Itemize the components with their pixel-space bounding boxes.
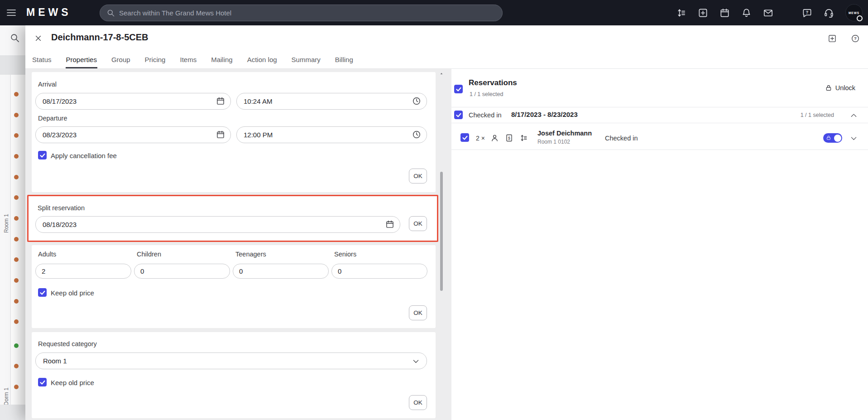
departure-date-input[interactable] (35, 126, 231, 143)
seniors-label: Seniors (334, 251, 356, 258)
group-selected-count: 1 / 1 selected (801, 112, 834, 118)
timeline-header-band (0, 55, 25, 75)
divider (451, 107, 868, 107)
tab-group[interactable]: Group (111, 51, 131, 68)
feedback-chat-icon[interactable]: ? (802, 8, 812, 18)
reservations-selected-count: 1 / 1 selected (470, 91, 503, 97)
requested-category-label: Requested category (38, 340, 97, 348)
group-row-checkbox[interactable] (454, 111, 463, 119)
svg-text:$: $ (508, 136, 510, 140)
teenagers-field (233, 264, 329, 279)
clock-icon[interactable] (412, 97, 421, 106)
tab-summary[interactable]: Summary (291, 51, 321, 68)
form-scrollbar[interactable] (439, 72, 444, 418)
chevron-up-icon[interactable] (849, 111, 858, 120)
divider (451, 123, 868, 123)
arrival-label: Arrival (38, 81, 57, 88)
split-ok-button[interactable]: OK (409, 216, 427, 231)
departure-time-input[interactable] (236, 126, 427, 143)
lock-toggle[interactable] (823, 133, 842, 143)
split-reservation-label: Split reservation (38, 204, 85, 212)
apply-cancellation-fee-checkbox[interactable] (38, 151, 47, 159)
timeline-dot (14, 175, 19, 179)
clock-icon[interactable] (412, 130, 421, 139)
teenagers-label: Teenagers (235, 251, 266, 258)
apply-cancellation-fee-label: Apply cancellation fee (51, 152, 117, 159)
timeline-footer-band (0, 405, 25, 420)
app-screen: MEWS ? (0, 0, 868, 420)
person-icon (490, 134, 499, 142)
account-avatar[interactable]: MEWS (845, 4, 863, 21)
departure-time-field (236, 126, 427, 143)
children-field (134, 264, 230, 279)
global-search-input[interactable] (119, 9, 496, 17)
add-reservation-icon[interactable] (698, 8, 708, 18)
timeline-dot (14, 364, 19, 368)
modal-header: Deichmann-17-8-5CEB ? (25, 25, 868, 51)
requested-category-select[interactable]: Room 1 (35, 352, 427, 369)
reservation-row-checkbox[interactable] (460, 133, 469, 142)
calendar-icon[interactable] (216, 97, 225, 106)
global-search[interactable] (100, 5, 503, 21)
arrival-date-field (35, 93, 231, 110)
keep-old-price-checkbox[interactable] (38, 378, 47, 386)
departure-label: Departure (38, 115, 67, 122)
seniors-field (331, 264, 427, 279)
tab-action-log[interactable]: Action log (247, 51, 278, 68)
chevron-down-icon[interactable] (849, 134, 858, 143)
seniors-input[interactable] (331, 264, 427, 279)
adults-field (35, 264, 131, 279)
timeline-dot (14, 319, 19, 324)
scroll-up-arrow-icon[interactable] (440, 72, 443, 76)
tab-items[interactable]: Items (179, 51, 197, 68)
tab-properties[interactable]: Properties (66, 51, 97, 68)
arrival-time-input[interactable] (236, 93, 427, 110)
category-ok-button[interactable]: OK (409, 395, 427, 410)
reservation-occupancy: 2 × (476, 135, 485, 142)
hamburger-menu-icon[interactable] (6, 7, 17, 18)
reservation-title: Deichmann-17-8-5CEB (51, 32, 149, 43)
tab-status[interactable]: Status (32, 51, 52, 68)
unlock-button[interactable]: Unlock (825, 84, 855, 92)
timeline-dot (14, 133, 19, 138)
notifications-bell-icon[interactable] (741, 8, 752, 18)
tab-pricing[interactable]: Pricing (144, 51, 166, 68)
close-icon[interactable] (34, 34, 42, 42)
tab-mailing[interactable]: Mailing (211, 51, 233, 68)
mews-logo: MEWS (26, 6, 72, 19)
split-reservation-card-highlighted: Split reservation OK (27, 195, 438, 242)
messages-envelope-icon[interactable] (763, 8, 773, 18)
occupancy-ok-button[interactable]: OK (409, 305, 427, 320)
add-icon[interactable] (828, 34, 837, 43)
divider (451, 150, 868, 150)
calendar-icon[interactable] (385, 220, 394, 229)
departure-date-field (35, 126, 231, 143)
calendar-icon[interactable] (216, 130, 225, 139)
timeline-dot-green (14, 343, 19, 348)
teenagers-input[interactable] (233, 264, 329, 279)
lock-icon (826, 135, 831, 140)
timeline-dot (14, 237, 19, 241)
timeline-dot (14, 257, 19, 262)
calendar-icon[interactable] (719, 8, 730, 18)
keep-old-price-label: Keep old price (51, 289, 94, 297)
billing-document-icon: $ (505, 134, 513, 142)
chevron-down-icon (412, 357, 420, 366)
timeline-order-icon[interactable] (676, 8, 686, 18)
keep-old-price-checkbox[interactable] (38, 288, 47, 297)
arrival-date-input[interactable] (35, 93, 231, 110)
adults-input[interactable] (35, 264, 131, 279)
support-headset-icon[interactable] (824, 8, 834, 18)
reservation-modal: Deichmann-17-8-5CEB ? Status Properties … (25, 25, 868, 420)
help-icon[interactable]: ? (851, 34, 860, 43)
timeline-search-icon[interactable] (10, 33, 20, 43)
reservations-select-all-checkbox[interactable] (454, 85, 463, 93)
scrollbar-thumb[interactable] (440, 172, 443, 291)
occupancy-card: Adults Children Teenagers Seniors Keep o… (32, 245, 436, 328)
timeline-dot (14, 299, 19, 304)
children-label: Children (137, 251, 161, 258)
split-date-input[interactable] (35, 216, 400, 233)
children-input[interactable] (134, 264, 230, 279)
dates-ok-button[interactable]: OK (409, 169, 427, 183)
tab-billing[interactable]: Billing (335, 51, 354, 68)
